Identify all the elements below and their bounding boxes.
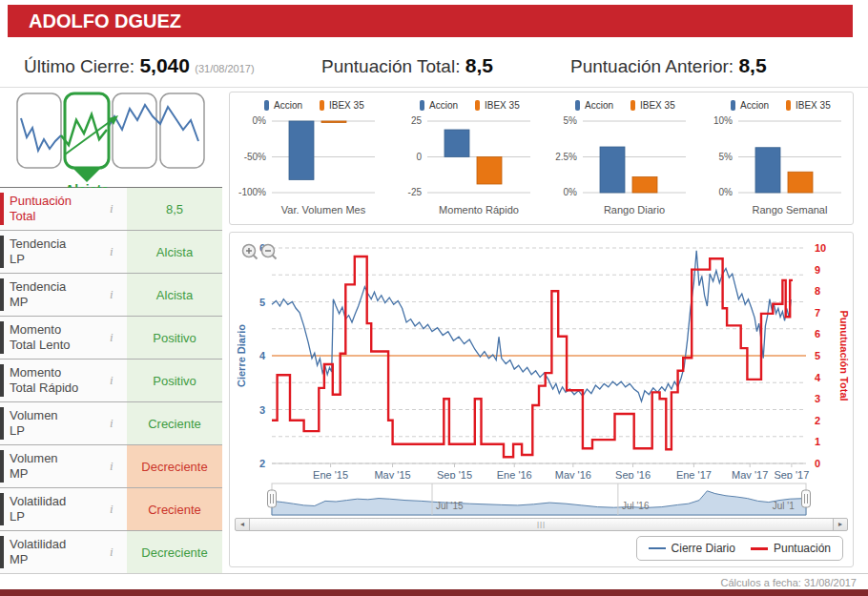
svg-text:May '17: May '17 (732, 469, 768, 479)
navigator-label: Jul '15 (436, 501, 464, 511)
svg-text:May '16: May '16 (555, 469, 591, 479)
zoom-in-icon[interactable] (243, 245, 258, 259)
svg-text:8: 8 (815, 285, 820, 297)
right-axis-title: Punutuación Total (838, 310, 849, 401)
info-icon[interactable]: i (110, 287, 114, 302)
indicator-row-momento-total lento: MomentoTotal LentoiPositivo (0, 317, 222, 360)
mini-legend-accion[interactable]: Accion (731, 100, 769, 111)
indicator-row-volatilidad-lp: VolatilidadLPiCreciente (0, 488, 222, 531)
scrollbar-thumb[interactable]: ||| (250, 519, 833, 530)
navigator-label: Jul '16 (622, 501, 650, 511)
info-icon[interactable]: i (110, 201, 114, 216)
navigator-left-handle[interactable] (268, 490, 277, 507)
previous-score-value: 8,5 (738, 54, 766, 76)
indicator-value: Creciente (127, 402, 222, 444)
mini-legend-ibex[interactable]: IBEX 35 (630, 100, 675, 111)
mini-chart-title: Rango Diario (604, 204, 665, 216)
mini-chart-3: AccionIBEX 3510%5%0%Rango Semanal (698, 92, 851, 222)
svg-text:Accion: Accion (585, 100, 613, 111)
svg-text:4: 4 (259, 350, 266, 361)
bar-ibex (477, 157, 502, 185)
svg-text:0: 0 (416, 152, 422, 162)
mini-chart-2: AccionIBEX 355%2.5%0%Rango Diario (543, 92, 695, 222)
scrollbar-left-arrow[interactable]: ◂ (236, 519, 250, 530)
scrollbar-right-arrow[interactable]: ▸ (833, 519, 847, 530)
svg-text:May '15: May '15 (374, 469, 410, 479)
svg-text:1: 1 (815, 436, 820, 447)
legend-item-puntuacion[interactable]: Puntuación (751, 542, 831, 555)
indicator-label: VolatilidadLP (10, 488, 103, 530)
mini-chart-cell: AccionIBEX 35250-25Momento Rápido (385, 92, 541, 224)
mini-chart-1: AccionIBEX 35250-25Momento Rápido (387, 92, 540, 222)
info-icon[interactable]: i (110, 416, 114, 431)
svg-text:IBEX 35: IBEX 35 (640, 100, 675, 111)
mini-legend-accion[interactable]: Accion (575, 100, 613, 111)
cierre-diario-line-icon (649, 547, 666, 549)
info-icon[interactable]: i (110, 459, 114, 474)
navigator-right-handle[interactable] (802, 490, 811, 507)
previous-score-summary: Puntuación Anterior: 8,5 (570, 54, 767, 77)
svg-text:6: 6 (815, 328, 820, 339)
legend-item-cierre-diario[interactable]: Cierre Diario (649, 542, 735, 555)
main-chart-panel: 23456012345678910Ene '15May '15Sep '15En… (229, 232, 854, 567)
page-title: ADOLFO DGUEZ (8, 5, 853, 37)
indicator-row-volumen-mp: VolumenMPiDecreciente (0, 445, 222, 488)
mini-chart-title: Momento Rápido (439, 204, 519, 216)
svg-text:5: 5 (259, 297, 265, 308)
bar-accion (600, 147, 625, 193)
mini-legend-ibex[interactable]: IBEX 35 (786, 100, 831, 111)
svg-text:25: 25 (411, 115, 423, 126)
mini-chart-0: AccionIBEX 350%-50%-100%Var. Volumen Mes (232, 92, 384, 222)
bar-accion (444, 130, 469, 157)
pointer-icon (72, 168, 101, 182)
puntuacion-line-icon (751, 547, 768, 550)
info-icon[interactable]: i (110, 502, 114, 517)
bar-ibex (632, 177, 657, 194)
zoom-out-icon[interactable] (262, 245, 277, 259)
mini-chart-title: Rango Semanal (753, 204, 828, 216)
svg-text:2: 2 (815, 415, 820, 426)
svg-text:5%: 5% (564, 115, 578, 126)
svg-text:Ene '16: Ene '16 (497, 469, 532, 479)
mini-legend-accion[interactable]: Accion (264, 100, 302, 111)
svg-text:-50%: -50% (243, 152, 265, 162)
info-icon[interactable]: i (110, 244, 114, 259)
row-accent-bar (0, 236, 4, 268)
indicator-row-volatilidad-mp: VolatilidadMPiDecreciente (0, 531, 222, 574)
chart-scrollbar[interactable]: ◂ ||| ▸ (235, 518, 848, 531)
info-icon[interactable]: i (110, 373, 114, 388)
footer-divider (0, 573, 868, 574)
svg-text:IBEX 35: IBEX 35 (329, 100, 364, 111)
header-divider (0, 87, 868, 88)
last-close-label: Último Cierre: (24, 56, 134, 76)
svg-text:2.5%: 2.5% (555, 152, 577, 162)
indicator-value: Alcista (127, 274, 222, 316)
indicator-row-puntuación-total: PuntuaciónTotali8,5 (0, 188, 222, 231)
mini-chart-cell: AccionIBEX 350%-50%-100%Var. Volumen Mes (230, 92, 385, 224)
mini-chart-title: Var. Volumen Mes (280, 204, 365, 216)
indicator-label: PuntuaciónTotal (10, 188, 103, 230)
info-icon[interactable]: i (110, 330, 114, 345)
svg-text:5: 5 (815, 350, 820, 361)
dashboard-page: ADOLFO DGUEZ Último Cierre: 5,040 (31/08… (0, 0, 868, 596)
trend-state-icon: Alcista (11, 92, 212, 198)
svg-text:-100%: -100% (238, 187, 266, 197)
price-score-chart: 23456012345678910Ene '15May '15Sep '15En… (234, 235, 849, 479)
bar-accion (755, 148, 780, 193)
row-accent-bar (0, 278, 4, 311)
svg-text:Sep '15: Sep '15 (437, 469, 472, 479)
indicator-label: MomentoTotal Rápido (10, 360, 103, 401)
chart-navigator[interactable]: Jul '15Jul '16Jul '1 (234, 479, 849, 517)
indicator-row-momento-total rápido: MomentoTotal RápidoiPositivo (0, 360, 222, 402)
mini-legend-ibex[interactable]: IBEX 35 (320, 100, 364, 111)
indicator-value: 8,5 (127, 188, 222, 230)
mini-legend-accion[interactable]: Accion (420, 100, 458, 111)
previous-score-label: Puntuación Anterior: (570, 56, 734, 76)
svg-text:Accion: Accion (740, 100, 769, 111)
mini-legend-ibex[interactable]: IBEX 35 (475, 100, 520, 111)
svg-text:Accion: Accion (429, 100, 458, 111)
indicator-label: VolatilidadMP (10, 531, 103, 573)
svg-text:3: 3 (815, 393, 820, 404)
indicator-table: PuntuaciónTotali8,5TendenciaLPiAlcistaTe… (0, 187, 222, 574)
info-icon[interactable]: i (110, 545, 114, 560)
